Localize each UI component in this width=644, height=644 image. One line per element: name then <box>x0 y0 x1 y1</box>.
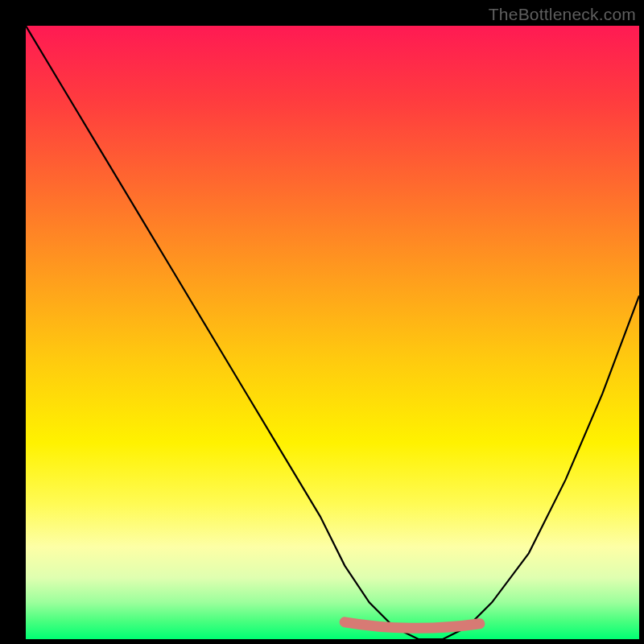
bottleneck-curve-svg <box>26 26 639 639</box>
bottleneck-curve-path <box>26 26 639 639</box>
chart-frame: TheBottleneck.com <box>0 0 644 644</box>
attribution-text: TheBottleneck.com <box>489 5 636 24</box>
flat-region-marker <box>345 622 480 629</box>
plot-area <box>26 26 639 639</box>
